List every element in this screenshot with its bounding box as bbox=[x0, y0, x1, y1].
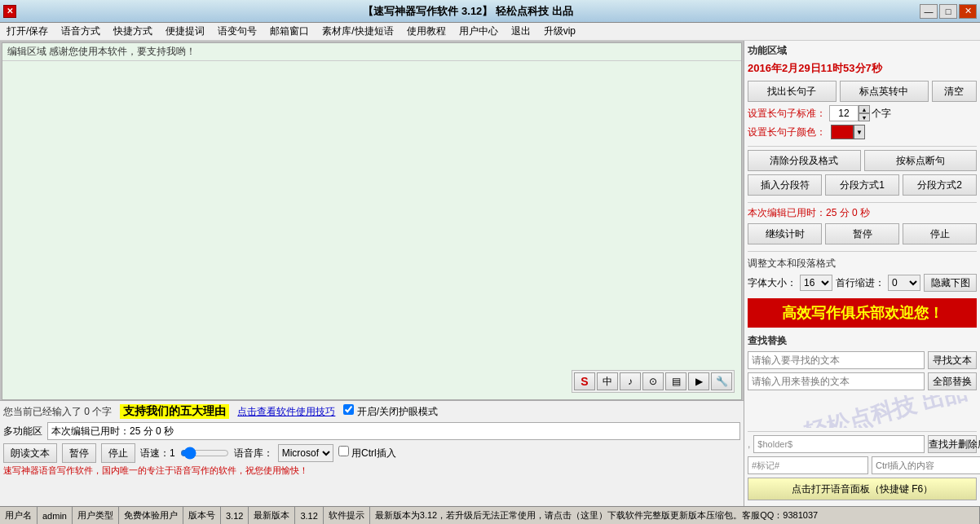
replace-all-btn[interactable]: 全部替换 bbox=[928, 372, 977, 390]
holder-input[interactable] bbox=[753, 435, 925, 453]
adjust-row: 字体大小： 16 12 14 18 首行缩进： 0 2 4 隐藏下图 bbox=[748, 274, 977, 292]
pause-timer-btn[interactable]: 暂停 bbox=[825, 223, 899, 244]
threshold-label: 设置长句子标准： bbox=[748, 107, 826, 121]
menu-bar: 打开/保存 语音方式 快捷方式 便捷提词 语变句号 邮箱窗口 素材库/快捷短语 … bbox=[0, 23, 980, 41]
indent-select[interactable]: 0 2 4 bbox=[888, 275, 920, 291]
menu-exit[interactable]: 退出 bbox=[508, 23, 534, 40]
insert-seg-btn[interactable]: 插入分段符 bbox=[748, 174, 822, 196]
continue-timer-btn[interactable]: 继续计时 bbox=[748, 223, 822, 244]
stop-read-button[interactable]: 停止 bbox=[101, 443, 135, 463]
menu-prompt[interactable]: 便捷提词 bbox=[162, 23, 208, 40]
menu-shortcut-mode[interactable]: 快捷方式 bbox=[110, 23, 156, 40]
clear-btn[interactable]: 清空 bbox=[932, 81, 977, 102]
search-row1: 寻找文本 bbox=[748, 351, 977, 369]
menu-tutorial[interactable]: 使用教程 bbox=[404, 23, 449, 40]
ft-btn-s[interactable]: S bbox=[574, 372, 595, 390]
status-usertype-value: 免费体验用户 bbox=[119, 507, 183, 524]
btn-row-top: 找出长句子 标点英转中 清空 bbox=[748, 81, 977, 102]
extract-long-btn[interactable]: 找出长句子 bbox=[748, 81, 837, 102]
lib-select[interactable]: Microsof bbox=[278, 444, 333, 462]
menu-user-center[interactable]: 用户中心 bbox=[456, 23, 501, 40]
close-icon-left[interactable]: ✕ bbox=[3, 5, 16, 18]
menu-lang-punct[interactable]: 语变句号 bbox=[214, 23, 260, 40]
threshold-spin-down[interactable]: ▼ bbox=[859, 113, 870, 121]
clear-format-btn[interactable]: 清除分段及格式 bbox=[748, 150, 861, 171]
read-text-button[interactable]: 朗读文本 bbox=[3, 443, 57, 463]
btn-row-timer: 继续计时 暂停 停止 bbox=[748, 223, 977, 244]
status-usertype-label: 用户类型 bbox=[73, 507, 119, 524]
threshold-unit: 个字 bbox=[872, 107, 891, 121]
find-delete-btn[interactable]: 查找并删除所有 bbox=[928, 435, 977, 453]
ctrl-insert-input[interactable] bbox=[872, 456, 980, 474]
status-username-label: 用户名 bbox=[0, 507, 38, 524]
lib-label: 语音库： bbox=[234, 447, 273, 460]
char-count: 您当前已经输入了 0 个字 bbox=[3, 405, 112, 419]
timer-text: 本次编辑已用时：25 分 0 秒 bbox=[748, 206, 977, 220]
ft-btn-wrench[interactable]: 🔧 bbox=[711, 372, 732, 390]
promo-banner: 高效写作俱乐部欢迎您！ bbox=[748, 298, 977, 328]
company-watermark: 轻松点科技 出品 bbox=[801, 395, 970, 428]
menu-materials[interactable]: 素材库/快捷短语 bbox=[319, 23, 396, 40]
close-button[interactable]: ✕ bbox=[959, 4, 977, 19]
ctrl-insert-checkbox[interactable] bbox=[338, 446, 349, 456]
multifunc-input[interactable] bbox=[47, 422, 740, 440]
voice-bottom-panel: , 查找并删除所有 点击打开语音面板（快捷键 F6） bbox=[748, 431, 977, 500]
holder-row: , 查找并删除所有 bbox=[748, 435, 977, 453]
status-version-value: 3.12 bbox=[221, 507, 249, 524]
seg-mode1-btn[interactable]: 分段方式1 bbox=[825, 174, 899, 196]
bottom-ctrl-row: 朗读文本 暂停 停止 语速：1 语音库： Microsof 用Ctrl插入 bbox=[3, 443, 740, 463]
speed-slider[interactable] bbox=[180, 447, 229, 460]
stop-timer-btn[interactable]: 停止 bbox=[903, 223, 977, 244]
maximize-button[interactable]: □ bbox=[939, 4, 957, 19]
ctrl-insert-label[interactable]: 用Ctrl插入 bbox=[338, 446, 396, 460]
tts-warning: 速写神器语音写作软件，国内唯一的专注于语音写作的软件，祝您使用愉快！ bbox=[3, 465, 740, 477]
seg-mode2-btn[interactable]: 分段方式2 bbox=[903, 174, 977, 196]
ft-btn-play[interactable]: ▶ bbox=[688, 372, 709, 390]
search-section: 查找替换 寻找文本 全部替换 bbox=[748, 334, 977, 394]
open-panel-btn[interactable]: 点击打开语音面板（快捷键 F6） bbox=[748, 478, 977, 500]
hide-img-btn[interactable]: 隐藏下图 bbox=[924, 274, 977, 292]
menu-open-save[interactable]: 打开/保存 bbox=[3, 23, 51, 40]
menu-mailbox[interactable]: 邮箱窗口 bbox=[267, 23, 312, 40]
ft-btn-circle[interactable]: ⊙ bbox=[642, 372, 664, 390]
minimize-button[interactable]: — bbox=[920, 4, 938, 19]
find-btn[interactable]: 寻找文本 bbox=[928, 351, 977, 369]
mark-en-btn[interactable]: 标点英转中 bbox=[840, 81, 929, 102]
editor-label: 编辑区域 感谢您使用本软件，要支持我哟！ bbox=[2, 43, 741, 61]
font-size-label: 字体大小： bbox=[748, 276, 797, 290]
eyecare-label[interactable]: 开启/关闭护眼模式 bbox=[343, 404, 438, 419]
color-label: 设置长句子颜色： bbox=[748, 125, 826, 139]
setting-threshold-row: 设置长句子标准： ▲ ▼ 个字 bbox=[748, 105, 977, 121]
tag-input[interactable] bbox=[748, 456, 868, 474]
eyecare-checkbox[interactable] bbox=[343, 404, 354, 415]
multifunc-label: 多功能区 bbox=[3, 425, 42, 438]
replace-input[interactable] bbox=[748, 372, 925, 390]
left-main: 编辑区域 感谢您使用本软件，要支持我哟！ S 中 ♪ ⊙ ▤ ▶ 🔧 您当前已经… bbox=[0, 41, 744, 506]
menu-upgrade-vip[interactable]: 升级vip bbox=[541, 23, 579, 40]
status-tip-text: 最新版本为3.12，若升级后无法正常使用，请点击（这里）下载软件完整版更新版本压… bbox=[370, 507, 980, 524]
ft-btn-music[interactable]: ♪ bbox=[620, 372, 641, 390]
font-size-select[interactable]: 16 12 14 18 bbox=[800, 275, 832, 291]
find-input[interactable] bbox=[748, 351, 925, 369]
threshold-input[interactable] bbox=[829, 105, 859, 121]
menu-voice-mode[interactable]: 语音方式 bbox=[58, 23, 104, 40]
by-punct-btn[interactable]: 按标点断句 bbox=[864, 150, 978, 171]
search-row2: 全部替换 bbox=[748, 372, 977, 390]
threshold-spin-up[interactable]: ▲ bbox=[859, 105, 870, 113]
ft-btn-zh[interactable]: 中 bbox=[597, 372, 618, 390]
pause-read-button[interactable]: 暂停 bbox=[62, 443, 96, 463]
tips-link[interactable]: 点击查看软件使用技巧 bbox=[237, 405, 335, 419]
status-line1: 您当前已经输入了 0 个字 支持我们的五大理由 点击查看软件使用技巧 开启/关闭… bbox=[3, 403, 740, 421]
support-text: 支持我们的五大理由 bbox=[120, 404, 229, 419]
comma-label: , bbox=[748, 438, 750, 450]
color-dropdown[interactable]: ▼ bbox=[854, 125, 865, 139]
threshold-spinner: ▲ ▼ bbox=[859, 105, 870, 121]
ft-btn-grid[interactable]: ▤ bbox=[665, 372, 686, 390]
btn-row-mid2: 插入分段符 分段方式1 分段方式2 bbox=[748, 174, 977, 196]
divider2 bbox=[748, 202, 977, 203]
status-version-label: 版本号 bbox=[183, 507, 221, 524]
color-picker[interactable] bbox=[831, 125, 854, 139]
indent-label: 首行缩进： bbox=[836, 276, 885, 290]
btn-row-mid1: 清除分段及格式 按标点断句 bbox=[748, 150, 977, 171]
main-editor[interactable] bbox=[2, 61, 741, 399]
